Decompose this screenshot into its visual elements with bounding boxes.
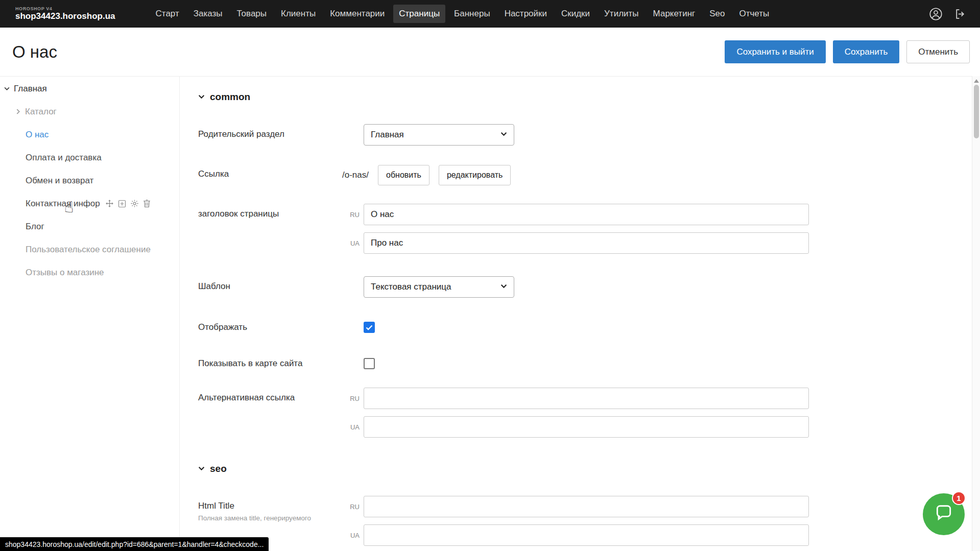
scroll-up-arrow[interactable] <box>974 79 979 83</box>
settings-gear-icon[interactable] <box>130 199 139 208</box>
field-label: заголовок страницы <box>198 204 342 219</box>
lang-ru-badge: RU <box>342 496 360 511</box>
chevron-down-icon <box>4 86 10 91</box>
refresh-link-button[interactable]: обновить <box>378 165 429 185</box>
html-title-hint: Полная замена title, генерируемого <box>198 514 342 523</box>
save-and-exit-button[interactable]: Сохранить и выйти <box>725 40 825 63</box>
select-value: Текстовая страница <box>371 282 451 292</box>
chevron-down-icon <box>198 463 205 474</box>
sidebar-item-label: Главная <box>14 84 47 94</box>
sidebar-item-glavnaya[interactable]: Главная <box>0 77 179 100</box>
page-title-ua-input[interactable] <box>364 232 809 254</box>
section-common-label: common <box>210 91 250 103</box>
field-html-title: Html Title Полная замена title, генериру… <box>198 496 960 546</box>
html-title-ru-input[interactable] <box>364 496 809 517</box>
tree-item-actions <box>105 199 151 208</box>
field-label: Альтернативная ссылка <box>198 388 342 403</box>
field-parent-section: Родительский раздел Главная <box>198 124 960 146</box>
logo-shop-name: shop34423.horoshop.ua <box>15 12 115 21</box>
sidebar-item-katalog[interactable]: Каталог <box>0 100 179 123</box>
sidebar-item-blog[interactable]: Блог <box>0 215 179 238</box>
template-select[interactable]: Текстовая страница <box>364 276 514 298</box>
chat-launcher-button[interactable]: 1 <box>923 493 965 535</box>
field-label: Родительский раздел <box>198 124 342 139</box>
field-link: Ссылка /o-nas/ обновить редактировать <box>198 164 960 185</box>
page-title: О нас <box>12 42 57 62</box>
chevron-right-icon <box>15 109 21 114</box>
move-icon[interactable] <box>105 199 114 208</box>
sidebar-item-obmen-i-vozvrat[interactable]: Обмен и возврат <box>0 169 179 192</box>
lang-ru-badge: RU <box>342 388 360 402</box>
logout-icon[interactable] <box>954 8 967 20</box>
scrollbar-thumb[interactable] <box>974 85 979 138</box>
field-alt-link: Альтернативная ссылка RU UA <box>198 388 960 438</box>
menu-comments[interactable]: Комментарии <box>324 5 390 23</box>
page-title-ru-input[interactable] <box>364 204 809 225</box>
sidebar-item-label: Контактная инфор <box>26 199 100 209</box>
sidebar-item-polzovatelskoe-soglashenie[interactable]: Пользовательское соглашение <box>0 238 179 261</box>
menu-clients[interactable]: Клиенты <box>275 5 321 23</box>
sidebar-item-oplata-i-dostavka[interactable]: Оплата и доставка <box>0 146 179 169</box>
menu-seo[interactable]: Seo <box>704 5 730 23</box>
status-url-text: shop34423.horoshop.ua/edit/edit.php?id=6… <box>5 540 264 548</box>
html-title-ua-input[interactable] <box>364 524 809 546</box>
menu-utilities[interactable]: Утилиты <box>599 5 644 23</box>
account-icon[interactable] <box>929 7 943 21</box>
sidebar-item-label: Отзывы о магазине <box>26 268 104 278</box>
field-label: Html Title Полная замена title, генериру… <box>198 496 342 523</box>
alt-link-ua-input[interactable] <box>364 416 809 438</box>
menu-orders[interactable]: Заказы <box>188 5 228 23</box>
field-display: Отображать <box>198 317 960 333</box>
sidebar-item-label: Блог <box>26 222 44 232</box>
topbar-icons <box>929 7 967 21</box>
alt-link-ru-input[interactable] <box>364 388 809 409</box>
menu-settings[interactable]: Настройки <box>499 5 553 23</box>
sidebar-item-label: Каталог <box>25 107 57 117</box>
pages-tree-sidebar: Главная Каталог О нас Оплата и доставка … <box>0 76 180 551</box>
section-seo[interactable]: seo <box>198 463 960 474</box>
field-label: Ссылка <box>198 164 342 179</box>
menu-start[interactable]: Старт <box>150 5 185 23</box>
sidebar-item-kontaktnaya-infor[interactable]: Контактная инфор <box>0 192 179 215</box>
lang-ru-badge: RU <box>342 204 360 219</box>
status-url-bar: shop34423.horoshop.ua/edit/edit.php?id=6… <box>0 537 269 551</box>
chat-bubble-icon <box>934 504 953 525</box>
logo[interactable]: HOROSHOP V4 shop34423.horoshop.ua <box>15 7 115 20</box>
sidebar-item-label: Обмен и возврат <box>26 176 93 186</box>
menu-discounts[interactable]: Скидки <box>556 5 595 23</box>
menu-pages[interactable]: Страницы <box>393 5 445 23</box>
cancel-button[interactable]: Отменить <box>906 40 970 63</box>
field-template: Шаблон Текстовая страница <box>198 276 960 298</box>
vertical-scrollbar[interactable] <box>972 76 980 551</box>
menu-reports[interactable]: Отчеты <box>733 5 775 23</box>
chevron-down-icon <box>500 130 507 140</box>
lang-ua-badge: UA <box>342 524 360 539</box>
section-common[interactable]: common <box>198 91 960 103</box>
sidebar-item-otzyvy-o-magazine[interactable]: Отзывы о магазине <box>0 261 179 284</box>
field-label: Шаблон <box>198 276 342 292</box>
sidebar-item-o-nas[interactable]: О нас <box>0 123 179 146</box>
sidebar-item-label: Пользовательское соглашение <box>26 245 151 255</box>
menu-products[interactable]: Товары <box>231 5 272 23</box>
sitemap-checkbox[interactable] <box>364 358 375 369</box>
link-path: /o-nas/ <box>342 170 369 180</box>
delete-trash-icon[interactable] <box>143 199 151 208</box>
chat-unread-badge: 1 <box>952 491 966 505</box>
header-actions: Сохранить и выйти Сохранить Отменить <box>725 40 970 63</box>
select-value: Главная <box>371 130 404 140</box>
main-menu: Старт Заказы Товары Клиенты Комментарии … <box>150 5 929 23</box>
parent-section-select[interactable]: Главная <box>364 124 514 146</box>
add-page-icon[interactable] <box>118 200 126 208</box>
save-button[interactable]: Сохранить <box>833 40 899 63</box>
edit-link-button[interactable]: редактировать <box>439 165 511 185</box>
chevron-down-icon <box>198 91 205 103</box>
field-page-title: заголовок страницы RU UA <box>198 204 960 254</box>
page-header: О нас Сохранить и выйти Сохранить Отмени… <box>0 28 980 76</box>
sidebar-item-label: Оплата и доставка <box>26 153 102 163</box>
section-seo-label: seo <box>210 463 227 474</box>
menu-banners[interactable]: Баннеры <box>448 5 496 23</box>
menu-marketing[interactable]: Маркетинг <box>648 5 701 23</box>
display-checkbox[interactable] <box>364 322 375 333</box>
lang-ua-badge: UA <box>342 416 360 431</box>
field-label: Отображать <box>198 317 342 332</box>
